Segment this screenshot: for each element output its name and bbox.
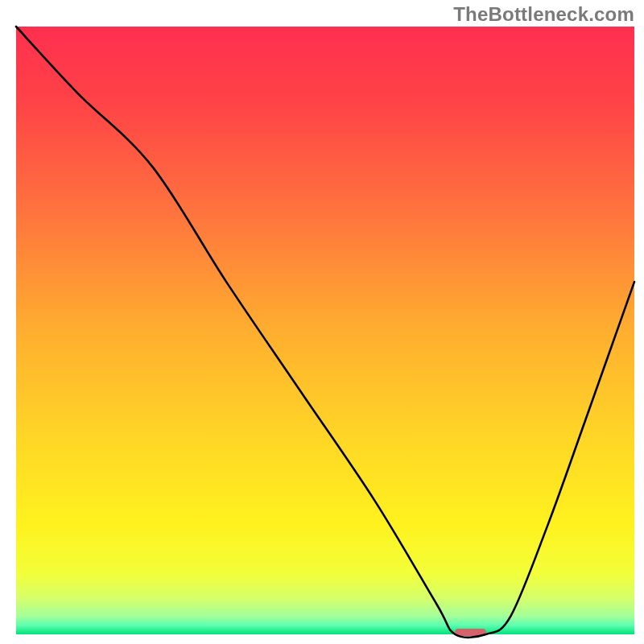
watermark-text: TheBottleneck.com <box>453 3 634 26</box>
chart-svg <box>0 0 644 644</box>
chart-stage: TheBottleneck.com <box>0 0 644 644</box>
